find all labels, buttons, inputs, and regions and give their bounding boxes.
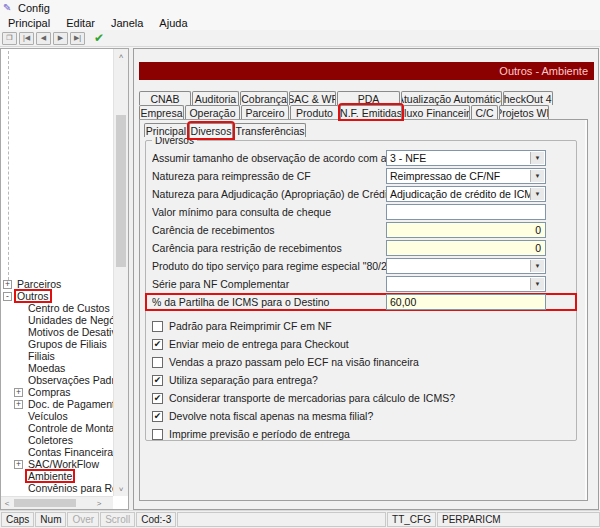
tree-row: +Doc. de Pagamento xyxy=(1,398,113,410)
scroll-left-icon[interactable]: < xyxy=(1,497,13,509)
field-label: Carência para restrição de recebimentos xyxy=(152,242,386,254)
carencia-restricao-input[interactable]: 0 xyxy=(386,240,546,256)
tree-vertical-scrollbar[interactable]: ˄ ˅ xyxy=(113,49,128,496)
status-spacer xyxy=(177,512,386,527)
tab-cobranca[interactable]: Cobrança xyxy=(240,91,288,105)
tree-item-motivos-de-desativacao[interactable]: Motivos de Desativação xyxy=(26,326,113,338)
tab-projetos-wf[interactable]: Projetos WF xyxy=(499,105,549,119)
chevron-down-icon[interactable] xyxy=(530,278,544,290)
menu-editar[interactable]: Editar xyxy=(58,15,103,30)
tree-item-unidades-de-negocios[interactable]: Unidades de Negócios xyxy=(26,314,113,326)
scroll-down-icon[interactable]: ˅ xyxy=(114,482,128,496)
produto-servico-8020-select[interactable] xyxy=(386,258,546,274)
chevron-down-icon[interactable] xyxy=(530,188,544,200)
chevron-down-icon[interactable] xyxy=(530,152,544,164)
field-row: Assumir tamanho de observação de acordo … xyxy=(146,150,576,166)
carencia-recebimentos-input[interactable]: 0 xyxy=(386,222,546,238)
tree-expander-icon[interactable]: + xyxy=(3,280,12,289)
natureza-adjudicacao-select[interactable]: Adjudicação de crédito de ICMS xyxy=(386,186,546,202)
field-label: Natureza para Adjudicação (Apropriação) … xyxy=(152,188,386,200)
menu-janela[interactable]: Janela xyxy=(103,15,151,30)
vendas-prazo-ecf-checkbox[interactable] xyxy=(152,357,163,368)
valor-minimo-cheque-input[interactable] xyxy=(386,204,546,220)
tree-item-veiculos[interactable]: Veículos xyxy=(26,410,70,422)
nav-first-button[interactable]: |◀ xyxy=(19,32,34,45)
devolve-nota-fiscal-checkbox[interactable] xyxy=(152,411,163,422)
tab-cc[interactable]: C/C xyxy=(471,105,498,119)
tab-sac-wf[interactable]: SAC & WF xyxy=(289,91,336,105)
tab-principal[interactable]: Principal xyxy=(144,123,188,137)
vertical-scroll-thumb[interactable] xyxy=(116,115,126,267)
nav-prev-button[interactable]: ◀ xyxy=(36,32,51,45)
tree-row: Moedas xyxy=(1,362,113,374)
enviar-meio-entrega-checkbox[interactable] xyxy=(152,339,163,350)
tree-expander-icon[interactable]: + xyxy=(14,460,23,469)
chevron-down-icon[interactable] xyxy=(530,170,544,182)
checkbox-row: Devolve nota fiscal apenas na mesma fili… xyxy=(146,407,576,425)
tree-item-sac-workflow[interactable]: SAC/WorkFlow xyxy=(26,458,101,470)
scroll-up-icon[interactable]: ˄ xyxy=(114,49,128,63)
field-row-partilha-icms: % da Partilha de ICMS para o Destino 60,… xyxy=(146,294,576,310)
tree-item-filiais[interactable]: Filiais xyxy=(26,350,57,362)
new-form-button[interactable]: ❐ xyxy=(2,32,17,45)
considerar-transporte-checkbox[interactable] xyxy=(152,393,163,404)
select-value: Reimpressao de CF/NF xyxy=(390,170,500,182)
tree-item-moedas[interactable]: Moedas xyxy=(26,362,67,374)
nav-next-icon: ▶ xyxy=(58,34,63,42)
tab-empresa[interactable]: Empresa xyxy=(139,105,184,119)
tab-atualizacao-automatica[interactable]: Atualização Automática xyxy=(401,91,502,105)
tree-horizontal-scrollbar[interactable]: < > xyxy=(1,496,113,509)
tab-pda[interactable]: PDA xyxy=(337,91,400,105)
select-value: Adjudicação de crédito de ICMS xyxy=(390,188,540,200)
tree-item-controle-de-montagens[interactable]: Controle de Montagens xyxy=(26,422,113,434)
menu-ajuda[interactable]: Ajuda xyxy=(151,15,195,30)
field-label: % da Partilha de ICMS para o Destino xyxy=(152,296,386,308)
scroll-right-icon[interactable]: > xyxy=(93,497,105,509)
tab-transferencias[interactable]: Transferências xyxy=(234,123,306,137)
partilha-icms-destino-input[interactable]: 60,00 xyxy=(386,294,546,310)
tree-item-grupos-de-filiais[interactable]: Grupos de Filiais xyxy=(26,338,109,350)
checkbox-label: Imprime previsão e período de entrega xyxy=(169,428,350,440)
tab-nf-emitidas[interactable]: N.F. Emitidas xyxy=(340,105,402,119)
tab-operacao[interactable]: Operação xyxy=(185,105,240,119)
tree-item-observacoes-padroes[interactable]: Observações Padrões xyxy=(26,374,113,386)
chevron-down-icon[interactable] xyxy=(530,260,544,272)
tree-item-centro-de-custos[interactable]: Centro de Custos xyxy=(26,302,112,314)
tab-checkout-4g[interactable]: CheckOut 4G xyxy=(503,91,553,105)
confirm-button[interactable]: ✔ xyxy=(91,32,107,45)
natureza-reimpressao-select[interactable]: Reimpressao de CF/NF xyxy=(386,168,546,184)
tree-item-compras[interactable]: Compras xyxy=(26,386,73,398)
status-over: Over xyxy=(67,512,99,527)
tree-expander-icon[interactable]: - xyxy=(3,292,12,301)
tab-auditoria[interactable]: Auditoria xyxy=(192,91,239,105)
tree-expander-icon[interactable]: + xyxy=(14,388,23,397)
utiliza-separacao-checkbox[interactable] xyxy=(152,375,163,386)
observacao-serie-select[interactable]: 3 - NFE xyxy=(386,150,546,166)
menu-principal[interactable]: Principal xyxy=(0,15,58,30)
tab-diversos[interactable]: Diversos xyxy=(189,123,233,138)
tree-item-parceiros[interactable]: Parceiros xyxy=(15,278,63,290)
tree-row: +SAC/WorkFlow xyxy=(1,458,113,470)
tree-item-outros[interactable]: Outros xyxy=(15,290,51,302)
serie-nf-complementar-select[interactable] xyxy=(386,276,546,292)
tree-expander-icon[interactable]: + xyxy=(14,400,23,409)
tab-fluxo-financeiro[interactable]: Fluxo Financeiro xyxy=(403,105,470,119)
tree-item-doc-de-pagamento[interactable]: Doc. de Pagamento xyxy=(26,398,113,410)
imprime-previsao-checkbox[interactable] xyxy=(152,429,163,440)
config-tree-panel: +Parceiros -Outros Centro de Custos Unid… xyxy=(0,48,129,510)
tree-item-contas-financeiras[interactable]: Contas Financeiras xyxy=(26,446,113,458)
nav-next-button[interactable]: ▶ xyxy=(53,32,68,45)
padrao-reimprimir-checkbox[interactable] xyxy=(152,321,163,332)
tab-parceiro[interactable]: Parceiro xyxy=(241,105,289,119)
tab-produto[interactable]: Produto xyxy=(290,105,339,119)
tree-item-convenios-para-recebimento[interactable]: Convênios para Recebimento xyxy=(26,482,113,494)
status-cod: Cod:-3 xyxy=(136,512,176,527)
tab-cnab[interactable]: CNAB xyxy=(139,91,191,105)
tree-item-ambiente[interactable]: Ambiente xyxy=(26,470,74,482)
confirm-check-icon: ✔ xyxy=(94,31,104,45)
tree-item-coletores[interactable]: Coletores xyxy=(26,434,75,446)
horizontal-scroll-thumb[interactable] xyxy=(14,499,76,507)
nav-last-button[interactable]: ▶| xyxy=(70,32,85,45)
checkbox-row: Vendas a prazo passam pelo ECF na visão … xyxy=(146,353,576,371)
field-label: Natureza para reimpressão de CF xyxy=(152,170,386,182)
